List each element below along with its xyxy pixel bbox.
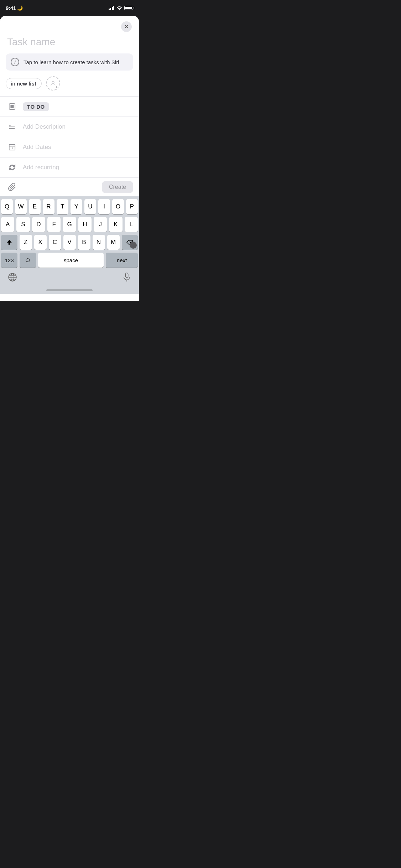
key-h[interactable]: H [78,217,92,232]
svg-point-8 [9,128,10,129]
key-s[interactable]: S [16,217,30,232]
num-key[interactable]: 123 [1,253,17,268]
key-t[interactable]: T [57,199,68,214]
in-label: in [11,81,15,87]
key-o[interactable]: O [112,199,124,214]
toolbar: Create [0,177,139,196]
description-text: Add Description [23,123,66,130]
todo-content: TO DO [23,102,132,111]
key-n[interactable]: N [93,235,105,250]
task-name-input[interactable] [0,32,139,53]
attachment-button[interactable] [6,181,19,193]
key-c[interactable]: C [49,235,61,250]
todo-tag: TO DO [23,102,49,111]
action-section: TO DO Add Description [0,97,139,177]
keyboard-row-2: A S D F G H J K L [1,217,138,232]
add-person-button[interactable]: + [46,76,60,91]
signal-bars-icon [109,6,115,10]
header-row: ✕ [0,16,139,32]
key-k[interactable]: K [109,217,122,232]
key-v[interactable]: V [63,235,76,250]
status-icons [109,6,134,10]
key-z[interactable]: Z [20,235,32,250]
description-icon [7,122,17,132]
keyboard-bottom [0,269,139,288]
space-key[interactable]: space [38,253,104,268]
new-list-label: new list [17,81,36,87]
dates-text: Add Dates [23,144,51,151]
siri-info-icon: i [11,58,19,66]
recurring-icon [7,162,17,172]
svg-rect-2 [10,105,14,108]
keyboard: Q W E R T Y U I O P A S D F G H J K [0,196,139,294]
key-a[interactable]: A [1,217,14,232]
key-p[interactable]: P [126,199,138,214]
key-r[interactable]: R [43,199,54,214]
next-key[interactable]: next [106,253,138,268]
key-u[interactable]: U [84,199,96,214]
key-j[interactable]: J [94,217,107,232]
delete-circle [130,242,137,249]
description-row[interactable]: Add Description [0,117,139,137]
key-l[interactable]: L [125,217,138,232]
todo-row[interactable]: TO DO [0,97,139,117]
key-x[interactable]: X [34,235,47,250]
key-i[interactable]: I [98,199,110,214]
svg-point-6 [9,125,10,125]
recurring-row[interactable]: Add recurring [0,157,139,177]
home-indicator [0,288,139,294]
key-e[interactable]: E [29,199,41,214]
wifi-icon [116,6,122,10]
status-time: 9:41 [6,5,16,11]
emoji-key[interactable]: ☺ [20,253,36,268]
siri-banner-text: Tap to learn how to create tasks with Si… [24,58,119,66]
keyboard-row-1: Q W E R T Y U I O P [1,199,138,214]
battery-icon [124,6,133,10]
key-m[interactable]: M [107,235,120,250]
home-bar [46,289,93,291]
keyboard-rows: Q W E R T Y U I O P A S D F G H J K [0,196,139,269]
dates-row[interactable]: Add Dates [0,137,139,157]
key-f[interactable]: F [47,217,61,232]
in-new-list-button[interactable]: in new list [6,78,42,89]
delete-key[interactable] [122,235,138,250]
create-button[interactable]: Create [102,181,133,193]
key-b[interactable]: B [78,235,90,250]
siri-banner[interactable]: i Tap to learn how to create tasks with … [6,53,133,71]
status-bar: 9:41 🌙 [0,0,139,16]
modal-sheet: ✕ i Tap to learn how to create tasks wit… [0,16,139,301]
globe-button[interactable] [6,270,19,285]
keyboard-row-3: Z X C V B N M [1,235,138,250]
svg-rect-9 [9,145,15,150]
key-g[interactable]: G [63,217,76,232]
calendar-icon [7,142,17,152]
close-button[interactable]: ✕ [121,21,132,32]
svg-rect-21 [125,273,128,278]
checkbox-icon [7,102,17,112]
key-q[interactable]: Q [1,199,13,214]
moon-icon: 🌙 [17,5,23,11]
key-w[interactable]: W [15,199,27,214]
controls-row: in new list + [0,76,139,96]
recurring-text: Add recurring [23,164,59,171]
key-d[interactable]: D [32,217,45,232]
svg-point-0 [52,81,54,83]
mic-button[interactable] [120,270,133,285]
svg-point-7 [9,126,10,127]
keyboard-row-4: 123 ☺ space next [1,253,138,268]
key-y[interactable]: Y [71,199,82,214]
shift-key[interactable] [1,235,17,250]
svg-rect-13 [12,148,13,149]
plus-badge-icon: + [54,85,59,89]
